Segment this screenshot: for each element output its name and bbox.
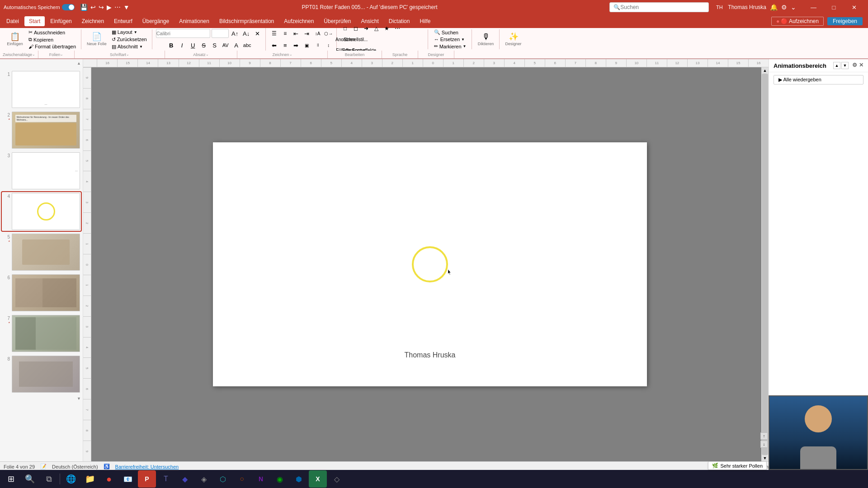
save-icon[interactable]: 💾 bbox=[80, 4, 88, 11]
layout-button[interactable]: ▦ Layout ▼ bbox=[109, 29, 149, 36]
new-slide-button[interactable]: 📄 Neue Folie bbox=[85, 30, 108, 48]
slide-circle-element[interactable] bbox=[412, 246, 448, 282]
more-icon[interactable]: ⋯ bbox=[114, 4, 121, 11]
font-size-input[interactable]: 40 bbox=[212, 29, 229, 38]
shape-triangle-button[interactable]: △ bbox=[372, 23, 382, 33]
present-icon[interactable]: ▶ bbox=[107, 4, 112, 11]
scroll-thumb[interactable] bbox=[762, 74, 768, 455]
settings-icon[interactable]: ⚙ bbox=[781, 4, 787, 11]
accessibility-label[interactable]: Barrierefreiheit: Untersuchen bbox=[115, 464, 179, 469]
shape-rect-button[interactable]: □ bbox=[340, 23, 350, 33]
pollen-notification[interactable]: 🌿 Sehr starker Pollen bbox=[708, 461, 767, 470]
decrease-indent-button[interactable]: ⇤ bbox=[291, 28, 301, 38]
slide-canvas[interactable]: Thomas Hruska bbox=[213, 142, 647, 386]
font-size-increase-button[interactable]: A↑ bbox=[230, 28, 240, 38]
line-spacing-button[interactable]: ↕ bbox=[324, 40, 334, 50]
minimize-button[interactable]: — bbox=[803, 0, 824, 14]
italic-button[interactable]: I bbox=[177, 40, 187, 50]
task-view-button[interactable]: ⧉ bbox=[40, 470, 58, 488]
slide-item-7[interactable]: 7 * bbox=[2, 314, 81, 353]
slide-item-3[interactable]: 3 — bbox=[2, 151, 81, 190]
increase-indent-button[interactable]: ⇥ bbox=[302, 28, 312, 38]
text-direction-button[interactable]: ↕A bbox=[313, 28, 323, 38]
app4-button[interactable]: ○ bbox=[233, 470, 251, 488]
find-button[interactable]: 🔍 Suchen bbox=[432, 29, 469, 36]
shape-arrow-button[interactable]: ➜ bbox=[361, 23, 371, 33]
panel-scroll-up-button[interactable]: ▲ bbox=[833, 62, 840, 69]
convert-smartart-button[interactable]: ⬡→ bbox=[324, 28, 334, 38]
dropdown-icon[interactable]: ▼ bbox=[123, 4, 130, 11]
bullets-button[interactable]: ☰ bbox=[269, 28, 279, 38]
excel-button[interactable]: X bbox=[309, 470, 327, 488]
scroll-up-button[interactable]: ▲ bbox=[763, 68, 767, 73]
maximize-button[interactable]: □ bbox=[824, 0, 844, 14]
app1-button[interactable]: ◆ bbox=[176, 470, 194, 488]
slides-scroll-up[interactable]: ▲ bbox=[77, 61, 81, 67]
justify-button[interactable]: ▣ bbox=[302, 40, 312, 50]
scroll-down-button[interactable]: ▼ bbox=[763, 456, 767, 460]
menu-bildschirm[interactable]: Bildschirmpräsentation bbox=[215, 16, 278, 26]
strikethrough-button[interactable]: S bbox=[199, 40, 209, 50]
paste-button[interactable]: 📋 Einfügen bbox=[5, 30, 25, 48]
font-name-input[interactable] bbox=[156, 29, 210, 38]
align-right-button[interactable]: ➡ bbox=[291, 40, 301, 50]
font-size-decrease-button[interactable]: A↓ bbox=[241, 28, 251, 38]
clear-format-button[interactable]: ✕ bbox=[253, 28, 263, 38]
slide-item-1[interactable]: 1 — bbox=[2, 70, 81, 109]
copy-button[interactable]: ⧉ Kopieren bbox=[26, 36, 78, 43]
menu-datei[interactable]: Datei bbox=[2, 16, 24, 26]
play-all-button[interactable]: ▶ Alle wiedergeben bbox=[774, 75, 863, 84]
align-left-button[interactable]: ⬅ bbox=[269, 40, 279, 50]
replace-button[interactable]: ↔ Ersetzen ▼ bbox=[432, 36, 469, 42]
underline-button[interactable]: U bbox=[188, 40, 198, 50]
slide-item-6[interactable]: 6 bbox=[2, 273, 81, 312]
close-button[interactable]: ✕ bbox=[844, 0, 864, 14]
app7-button[interactable]: ◇ bbox=[328, 470, 346, 488]
panel-close-icon[interactable]: ✕ bbox=[859, 62, 863, 69]
app5-button[interactable]: ◉ bbox=[271, 470, 289, 488]
designer-button[interactable]: ✨ Designer bbox=[503, 30, 524, 48]
explorer-button[interactable]: 📁 bbox=[81, 470, 99, 488]
user-avatar[interactable]: TH bbox=[714, 2, 724, 12]
menu-hilfe[interactable]: Hilfe bbox=[415, 16, 435, 26]
edge-button[interactable]: 🌐 bbox=[62, 470, 80, 488]
fontcolor-button[interactable]: A bbox=[231, 40, 241, 50]
powerpoint-button[interactable]: P bbox=[138, 470, 156, 488]
app2-button[interactable]: ◈ bbox=[195, 470, 213, 488]
charspacing-button[interactable]: AV bbox=[221, 40, 231, 50]
slide-canvas-area[interactable]: Thomas Hruska ▲ ▼ ↑ ↓ bbox=[91, 67, 769, 461]
menu-animationen[interactable]: Animationen bbox=[175, 16, 214, 26]
search-button[interactable]: 🔍 bbox=[21, 470, 39, 488]
redo-icon[interactable]: ↪ bbox=[99, 4, 104, 11]
undo-icon[interactable]: ↩ bbox=[90, 4, 96, 11]
dictate-button[interactable]: 🎙 Diktieren bbox=[476, 30, 496, 48]
next-slide-button[interactable]: ↓ bbox=[760, 441, 768, 448]
search-input[interactable] bbox=[620, 4, 693, 10]
shape-star-button[interactable]: ★ bbox=[382, 23, 392, 33]
prev-slide-button[interactable]: ↑ bbox=[760, 432, 768, 440]
aufzeichnen-button[interactable]: ● 🔴 Aufzeichnen bbox=[771, 17, 824, 26]
auto-save-toggle[interactable] bbox=[62, 4, 75, 10]
slide-item-4[interactable]: 4 bbox=[2, 192, 81, 231]
menu-entwurf[interactable]: Entwurf bbox=[109, 16, 137, 26]
outlook-button[interactable]: 📧 bbox=[119, 470, 137, 488]
slides-scroll-down[interactable]: ▼ bbox=[77, 396, 81, 403]
quick-styles-button[interactable]: Schnellstil... bbox=[351, 34, 361, 44]
search-bar[interactable]: 🔍 bbox=[609, 2, 709, 12]
menu-start[interactable]: Start bbox=[24, 16, 45, 26]
ribbon-toggle-icon[interactable]: ⌄ bbox=[791, 4, 796, 11]
start-button[interactable]: ⊞ bbox=[2, 470, 20, 488]
textshadow-button[interactable]: S bbox=[210, 40, 220, 50]
reset-button[interactable]: ↺ Zurücksetzen bbox=[109, 36, 149, 43]
chrome-button[interactable]: ● bbox=[100, 470, 118, 488]
app3-button[interactable]: ⬡ bbox=[214, 470, 232, 488]
menu-einfuegen[interactable]: Einfügen bbox=[46, 16, 76, 26]
vertical-scrollbar[interactable]: ▲ ▼ ↑ ↓ bbox=[761, 67, 769, 461]
freigeben-button[interactable]: Freigeben bbox=[827, 17, 863, 25]
app6-button[interactable]: ⬢ bbox=[290, 470, 308, 488]
slide-item-8[interactable]: 8 bbox=[2, 355, 81, 394]
highlight-button[interactable]: abc bbox=[242, 40, 252, 50]
numbering-button[interactable]: ≡ bbox=[280, 28, 290, 38]
shape-round-button[interactable]: ◻ bbox=[351, 23, 361, 33]
bold-button[interactable]: B bbox=[166, 40, 176, 50]
